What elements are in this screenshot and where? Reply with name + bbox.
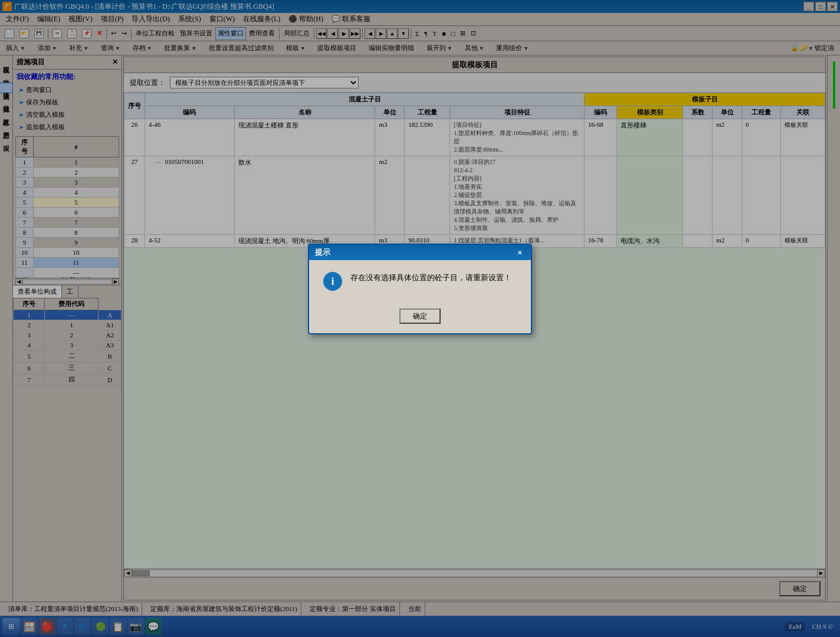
dialog-body: i 存在没有选择具体位置的砼子目，请重新设置！ bbox=[309, 260, 531, 303]
dialog-overlay[interactable]: 提示 ✕ i 存在没有选择具体位置的砼子目，请重新设置！ 确定 bbox=[0, 0, 840, 637]
dialog: 提示 ✕ i 存在没有选择具体位置的砼子目，请重新设置！ 确定 bbox=[308, 244, 532, 334]
dialog-title-text: 提示 bbox=[315, 247, 330, 258]
dialog-close-btn[interactable]: ✕ bbox=[514, 248, 525, 257]
dialog-title: 提示 ✕ bbox=[309, 245, 531, 260]
dialog-footer: 确定 bbox=[309, 303, 531, 333]
dialog-icon: i bbox=[323, 272, 342, 291]
dialog-message: 存在没有选择具体位置的砼子目，请重新设置！ bbox=[350, 272, 511, 284]
dialog-confirm-btn[interactable]: 确定 bbox=[399, 308, 441, 324]
